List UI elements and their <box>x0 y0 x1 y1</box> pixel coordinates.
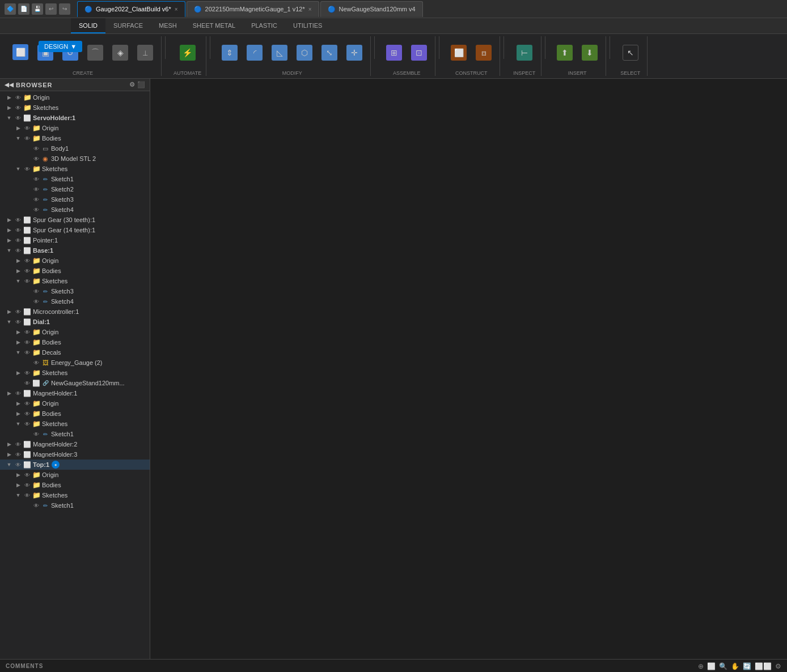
save-icon[interactable]: 💾 <box>32 3 43 15</box>
tree-item-decals[interactable]: ▼ 👁 📁 Decals <box>0 347 150 358</box>
move-btn[interactable]: ✛ <box>343 39 366 66</box>
toggle-origin1[interactable]: ▶ <box>5 93 14 102</box>
tree-item-bodies1[interactable]: ▼ 👁 📁 Bodies <box>0 133 150 143</box>
tree-item-servoholder[interactable]: ▼ 👁 ⬜ ServoHolder:1 <box>0 113 150 123</box>
tree-item-sketches6[interactable]: ▼ 👁 📁 Sketches <box>0 490 150 500</box>
toggle-origin6[interactable]: ▶ <box>14 470 23 479</box>
toggle-bodies1[interactable]: ▼ <box>14 134 23 143</box>
toggle-servoholder[interactable]: ▼ <box>5 113 14 122</box>
ribbon-tab-surface[interactable]: SURFACE <box>105 18 151 33</box>
tree-item-bodies4[interactable]: ▶ 👁 📁 Bodies <box>0 409 150 419</box>
eye-sketch3b[interactable]: 👁 <box>32 287 41 296</box>
eye-origin2[interactable]: 👁 <box>23 124 32 133</box>
eye-body1[interactable]: 👁 <box>32 144 41 153</box>
tree-item-magnetholder1[interactable]: ▶ 👁 ⬜ MagnetHolder:1 <box>0 388 150 398</box>
tree-item-origin2[interactable]: ▶ 👁 📁 Origin <box>0 123 150 133</box>
toggle-top1[interactable]: ▼ <box>5 460 14 469</box>
tree-item-origin1[interactable]: ▶ 👁 📁 Origin <box>0 92 150 103</box>
toggle-spurgear30[interactable]: ▶ <box>5 215 14 224</box>
eye-sketch4b[interactable]: 👁 <box>32 297 41 306</box>
tree-item-energy-gauge[interactable]: 👁 🖼 Energy_Gauge (2) <box>0 358 150 368</box>
ribbon-tab-plastic[interactable]: PLASTIC <box>243 18 285 33</box>
display-mode-icon[interactable]: ⬜⬜ <box>755 662 772 670</box>
browser-settings-icon[interactable]: ⚙ <box>129 81 135 88</box>
toggle-origin4[interactable]: ▶ <box>14 328 23 337</box>
toggle-sketches4[interactable]: ▶ <box>14 368 23 377</box>
tree-item-origin4[interactable]: ▶ 👁 📁 Origin <box>0 327 150 337</box>
eye-pointer[interactable]: 👁 <box>14 236 23 245</box>
automate-btn[interactable]: ⚡ <box>176 39 199 66</box>
eye-spurgear14[interactable]: 👁 <box>14 226 23 235</box>
eye-sketches3[interactable]: 👁 <box>23 277 32 286</box>
toggle-bodies3[interactable]: ▶ <box>14 338 23 347</box>
toggle-microcontroller[interactable]: ▶ <box>5 307 14 316</box>
insert-btn[interactable]: ⬆ <box>553 39 576 66</box>
ribbon-tab-utilities[interactable]: UTILITIES <box>285 18 330 33</box>
undo-icon[interactable]: ↩ <box>45 3 57 15</box>
eye-bodies1[interactable]: 👁 <box>23 134 32 143</box>
eye-sketch3a[interactable]: 👁 <box>32 195 41 204</box>
eye-base1[interactable]: 👁 <box>14 246 23 255</box>
eye-sketches4[interactable]: 👁 <box>23 368 32 377</box>
pan-icon[interactable]: ✋ <box>731 662 739 670</box>
eye-sketch4a[interactable]: 👁 <box>32 205 41 214</box>
tree-item-sketches3[interactable]: ▼ 👁 📁 Sketches <box>0 276 150 286</box>
tree-item-origin3[interactable]: ▶ 👁 📁 Origin <box>0 256 150 266</box>
eye-magnetholder3[interactable]: 👁 <box>14 450 23 459</box>
ribbon-tab-sheetmetal[interactable]: SHEET METAL <box>185 18 243 33</box>
tab-2-close[interactable]: × <box>308 6 312 12</box>
toggle-origin2[interactable]: ▶ <box>14 124 23 133</box>
eye-origin5[interactable]: 👁 <box>23 399 32 408</box>
tree-item-top1[interactable]: ▼ 👁 ⬜ Top:1 ● <box>0 460 150 470</box>
toggle-decals[interactable]: ▼ <box>14 348 23 357</box>
toggle-spurgear14[interactable]: ▶ <box>5 226 14 235</box>
tree-item-sketches2[interactable]: ▼ 👁 📁 Sketches <box>0 164 150 174</box>
eye-origin4[interactable]: 👁 <box>23 328 32 337</box>
eye-3dmodel[interactable]: 👁 <box>32 154 41 163</box>
eye-sketches1[interactable]: 👁 <box>14 103 23 112</box>
eye-magnetholder1[interactable]: 👁 <box>14 389 23 398</box>
offset-plane-btn[interactable]: ⬜ <box>447 39 470 66</box>
eye-bodies3[interactable]: 👁 <box>23 338 32 347</box>
toggle-sketches1[interactable]: ▶ <box>5 103 14 112</box>
tree-item-bodies5[interactable]: ▶ 👁 📁 Bodies <box>0 480 150 490</box>
tree-item-sketch1a[interactable]: 👁 ✏ Sketch1 <box>0 174 150 184</box>
tree-item-dial1[interactable]: ▼ 👁 ⬜ Dial:1 <box>0 317 150 327</box>
toggle-bodies2[interactable]: ▶ <box>14 266 23 275</box>
tree-item-sketches1[interactable]: ▶ 👁 📁 Sketches <box>0 103 150 113</box>
settings-icon[interactable]: ⚙ <box>775 662 781 670</box>
eye-sketches5[interactable]: 👁 <box>23 419 32 428</box>
rotate-icon[interactable]: 🔄 <box>743 662 751 670</box>
eye-sketch1a[interactable]: 👁 <box>32 175 41 184</box>
tab-2[interactable]: 🔵 2022150mmMagneticGauge_1 v12* × <box>187 1 319 17</box>
press-pull-btn[interactable]: ⇕ <box>218 39 241 66</box>
eye-origin6[interactable]: 👁 <box>23 470 32 479</box>
toggle-origin5[interactable]: ▶ <box>14 399 23 408</box>
tree-item-sketch1b[interactable]: 👁 ✏ Sketch1 <box>0 429 150 439</box>
tree-item-sketch3a[interactable]: 👁 ✏ Sketch3 <box>0 194 150 205</box>
eye-sketch2a[interactable]: 👁 <box>32 185 41 194</box>
tree-item-spurgear14[interactable]: ▶ 👁 ⬜ Spur Gear (14 teeth):1 <box>0 225 150 235</box>
insert2-btn[interactable]: ⬇ <box>578 39 601 66</box>
eye-dial1[interactable]: 👁 <box>14 317 23 326</box>
chamfer-btn[interactable]: ◺ <box>268 39 291 66</box>
browser-expand-icon[interactable]: ⬛ <box>137 81 145 88</box>
eye-sketches2[interactable]: 👁 <box>23 164 32 173</box>
tree-item-base1[interactable]: ▼ 👁 ⬜ Base:1 <box>0 245 150 256</box>
toggle-pointer[interactable]: ▶ <box>5 236 14 245</box>
tree-item-sketch2a[interactable]: 👁 ✏ Sketch2 <box>0 184 150 194</box>
tree-item-magnetholder2[interactable]: ▶ 👁 ⬜ MagnetHolder:2 <box>0 439 150 449</box>
toggle-dial1[interactable]: ▼ <box>5 317 14 326</box>
toggle-magnetholder2[interactable]: ▶ <box>5 440 14 449</box>
ribbon-tab-solid[interactable]: SOLID <box>71 18 105 33</box>
toggle-bodies4[interactable]: ▶ <box>14 409 23 418</box>
toggle-base1[interactable]: ▼ <box>5 246 14 255</box>
tree-item-3dmodel[interactable]: 👁 ◉ 3D Model STL 2 <box>0 154 150 164</box>
zoom-icon[interactable]: 🔍 <box>719 662 727 670</box>
expand-comments-icon[interactable]: ⊕ <box>698 662 704 670</box>
tab-1[interactable]: 🔵 Gauge2022_ClaatBuild v6* × <box>77 1 185 17</box>
create-new-component-btn[interactable]: ⬜ <box>9 39 32 66</box>
eye-servoholder[interactable]: 👁 <box>14 113 23 122</box>
eye-top1[interactable]: 👁 <box>14 460 23 469</box>
toggle-sketches5[interactable]: ▼ <box>14 419 23 428</box>
